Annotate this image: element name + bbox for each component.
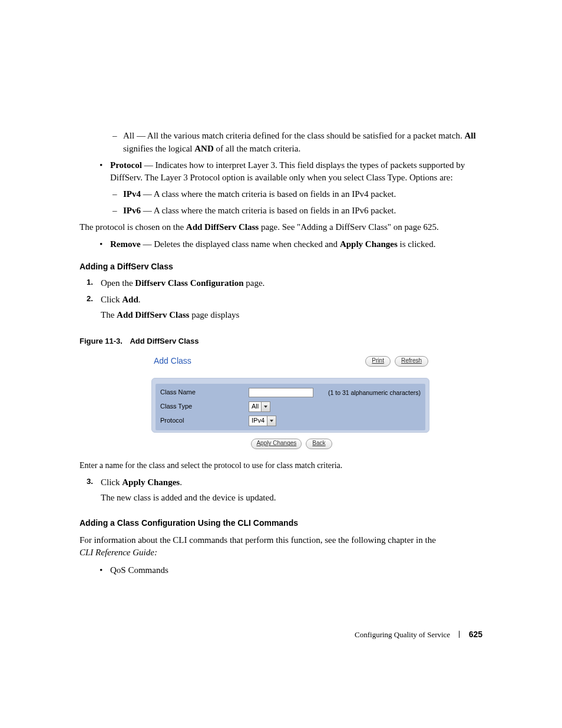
text: page. See "Adding a DiffServ Class" on p…	[259, 222, 439, 232]
class-name-hint: (1 to 31 alphanumeric characters)	[328, 388, 421, 397]
text-bold: Apply Changes	[340, 239, 398, 249]
class-name-input[interactable]	[249, 388, 313, 397]
step-number: 3.	[87, 476, 93, 487]
text: — Deletes the displayed class name when …	[141, 239, 340, 249]
text: Click	[101, 477, 122, 487]
text: is clicked.	[398, 239, 436, 249]
text: of all the match criteria.	[214, 144, 300, 153]
chevron-down-icon	[267, 416, 276, 426]
text-bold: Add DiffServ Class	[186, 222, 259, 232]
text: For information about the CLI commands t…	[80, 535, 436, 545]
add-class-dialog: Add Class Print Refresh Class Name (1 to…	[149, 351, 432, 452]
class-type-select[interactable]: All	[249, 401, 270, 412]
class-type-value: All	[249, 402, 261, 411]
footer-section: Configuring Quality of Service	[355, 630, 450, 639]
footer-divider	[459, 631, 459, 638]
paragraph: Enter a name for the class and select th…	[80, 460, 482, 472]
step-item: 1. Open the Diffserv Class Configuration…	[87, 277, 482, 290]
text: .	[180, 477, 182, 487]
step-number: 1.	[87, 277, 93, 288]
text: page.	[244, 278, 265, 288]
list-item: All — All the various match criteria def…	[110, 130, 482, 156]
protocol-label: Protocol	[160, 416, 249, 426]
class-type-label: Class Type	[160, 402, 249, 411]
text-bold: IPv4	[123, 189, 141, 199]
page-number: 625	[469, 630, 482, 639]
text: page displays	[189, 310, 239, 319]
page-footer: Configuring Quality of Service 625	[355, 630, 482, 640]
paragraph: The protocol is chosen on the Add DiffSe…	[80, 221, 482, 234]
text-bold: Remove	[110, 239, 141, 249]
text-bold: Add	[122, 295, 138, 304]
text-bold: Apply Changes	[122, 477, 180, 487]
text-bold: IPv6	[123, 206, 141, 215]
text: Open the	[101, 278, 135, 288]
text-bold: Add DiffServ Class	[117, 310, 189, 319]
text: The	[101, 310, 117, 319]
list-item: IPv6 — A class where the match criteria …	[110, 205, 482, 218]
class-name-label: Class Name	[160, 388, 249, 397]
form-panel: Class Name (1 to 31 alphanumeric charact…	[151, 378, 429, 433]
list-item: QoS Commands	[97, 564, 482, 577]
section-heading: Adding a DiffServ Class	[80, 261, 482, 272]
protocol-value: IPv4	[249, 416, 267, 426]
list-item: Protocol — Indicates how to interpret La…	[97, 159, 482, 185]
text-bold: All	[464, 131, 475, 140]
text: Click	[101, 295, 122, 304]
figure-caption: Figure 11-3. Add DiffServ Class	[80, 336, 482, 347]
text-bold: Protocol	[110, 160, 142, 170]
print-button[interactable]: Print	[365, 356, 391, 367]
back-button[interactable]: Back	[306, 439, 332, 449]
text: QoS Commands	[110, 565, 168, 575]
protocol-select[interactable]: IPv4	[249, 416, 276, 426]
text: The new class is added and the device is…	[101, 492, 482, 505]
step-item: 2. Click Add. The Add DiffServ Class pag…	[87, 294, 482, 322]
text: — A class where the match criteria is ba…	[141, 206, 396, 215]
chevron-down-icon	[261, 402, 270, 411]
section-heading: Adding a Class Configuration Using the C…	[80, 517, 482, 529]
refresh-button[interactable]: Refresh	[395, 356, 428, 367]
text-italic: CLI Reference Guide:	[80, 548, 157, 557]
text-bold: AND	[194, 144, 214, 153]
text-bold: Diffserv Class Configuration	[135, 278, 243, 288]
text: .	[138, 295, 141, 304]
apply-changes-button[interactable]: Apply Changes	[251, 439, 302, 449]
step-number: 2.	[87, 294, 93, 305]
text: — A class where the match criteria is ba…	[141, 189, 396, 199]
list-item: IPv4 — A class where the match criteria …	[110, 188, 482, 201]
text: — Indicates how to interpret Layer 3. Th…	[110, 160, 465, 183]
step-item: 3. Click Apply Changes. The new class is…	[87, 476, 482, 505]
text: All — All the various match criteria def…	[123, 131, 464, 140]
text: The protocol is chosen on the	[80, 222, 186, 232]
paragraph: For information about the CLI commands t…	[80, 534, 482, 560]
list-item: Remove — Deletes the displayed class nam…	[97, 238, 482, 251]
text: signifies the logical	[123, 144, 194, 153]
dialog-title: Add Class	[154, 355, 191, 367]
